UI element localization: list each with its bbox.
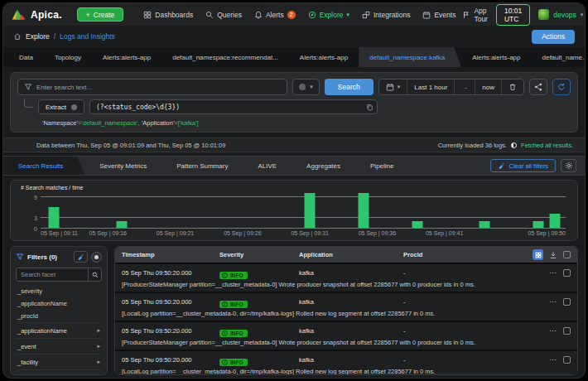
calendar-picker[interactable]: ▾	[379, 80, 407, 94]
chart-bar[interactable]	[116, 221, 127, 228]
workspace-tab[interactable]: default_namespace:recommendat... ×	[161, 47, 289, 67]
workspace-tabs: Data × Topology × Alerts:alerts-app × de…	[3, 47, 585, 67]
gear-icon	[565, 162, 573, 170]
workspace-tab[interactable]: default_name... ×	[532, 47, 586, 67]
row-message: [ProducerStateManager partition=__cluste…	[122, 279, 571, 288]
result-tab[interactable]: Aggregates	[292, 157, 355, 175]
severity-selector[interactable]: ▾	[292, 79, 320, 95]
app-tour-button[interactable]: App Tour	[462, 7, 488, 23]
filters-title: Filters (0)	[27, 253, 57, 261]
pinned-facet-item[interactable]: _applicationName	[16, 297, 102, 310]
clear-all-filters-button[interactable]: Clear all filters	[490, 159, 556, 172]
row-menu-button[interactable]: ···	[549, 269, 557, 277]
result-tab[interactable]: Pattern Summary	[161, 157, 243, 175]
pinned-facet-item[interactable]: _procId	[16, 310, 102, 322]
extract-regex-input[interactable]	[96, 104, 360, 111]
nav-item[interactable]: Events	[422, 11, 455, 19]
home-icon[interactable]	[13, 32, 22, 41]
chart-bar[interactable]	[412, 221, 423, 228]
create-button[interactable]: + Create	[77, 7, 123, 22]
download-icon[interactable]	[549, 251, 557, 259]
chart-title: # Search matches / time	[21, 185, 569, 190]
user-menu[interactable]: devops ▾	[538, 9, 583, 20]
nav-item[interactable]: Dashboards	[143, 11, 193, 19]
extract-input-wrap	[89, 99, 378, 114]
log-row[interactable]: 05 Sep Thu 09:50:20.000 iINFO kafka - ··…	[115, 321, 577, 350]
workspace-tab[interactable]: Topology ×	[44, 47, 92, 67]
chevron-down-icon: ▾	[581, 12, 584, 18]
row-checkbox[interactable]	[563, 327, 571, 335]
time-preset[interactable]: Last 1 hour	[407, 80, 454, 94]
log-row[interactable]: 05 Sep Thu 09:50:20.000 iINFO kafka - ··…	[115, 263, 577, 292]
nav-item[interactable]: Queries	[205, 11, 242, 19]
workspace-tab[interactable]: default_namespace:kafka ×	[359, 47, 461, 67]
workspace-tab[interactable]: Alerts:alerts-app ×	[461, 47, 531, 67]
nav-item[interactable]: Alerts 2	[254, 11, 296, 19]
applied-query-line: 'Namespace'='default_namespace', 'Applic…	[42, 119, 571, 127]
workspace-tab[interactable]: Alerts:alerts-app ×	[289, 47, 359, 67]
facet-item[interactable]: _applicationName ▸	[16, 322, 102, 338]
row-procid: -	[403, 269, 511, 277]
breadcrumb-page[interactable]: Logs and Insights	[60, 32, 115, 41]
pinned-facets: _severity _applicationName _procId	[16, 285, 102, 322]
facet-item[interactable]: _hostName ▸	[16, 369, 102, 375]
share-button[interactable]	[529, 79, 547, 95]
breadcrumb-section[interactable]: Explore	[26, 32, 50, 41]
facet-search-input[interactable]	[17, 268, 88, 281]
workspace-tab[interactable]: Data ×	[8, 47, 44, 67]
time-end[interactable]: now	[475, 80, 501, 94]
nav-item-label: Dashboards	[155, 11, 193, 19]
actions-button[interactable]: Actions	[532, 30, 575, 44]
chart-bar[interactable]	[49, 207, 60, 228]
facet-item[interactable]: _event ▸	[16, 338, 102, 354]
log-row[interactable]: 05 Sep Thu 09:50:20.000 iINFO kafka - ··…	[115, 350, 577, 374]
filters-panel: Filters (0) _severity _applicati	[10, 246, 108, 375]
result-tab[interactable]: Pipeline	[355, 157, 408, 175]
log-row[interactable]: 05 Sep Thu 09:50:20.000 iINFO kafka - ··…	[115, 292, 577, 321]
row-checkbox[interactable]	[563, 298, 571, 306]
column-settings-button[interactable]	[533, 249, 543, 260]
utc-clock[interactable]: 10:01 UTC	[496, 4, 530, 26]
result-tab[interactable]: Search Results	[3, 157, 84, 175]
chevron-right-icon: ▸	[97, 359, 100, 365]
clear-facets-button[interactable]	[74, 251, 88, 263]
nav-item[interactable]: Explore ▾	[308, 11, 349, 19]
nav-item[interactable]: Integrations	[362, 11, 410, 19]
apica-logo[interactable]: Apica.	[12, 8, 62, 21]
select-all-checkbox[interactable]	[563, 251, 571, 258]
row-menu-button[interactable]: ···	[549, 298, 557, 306]
extract-label: Extract	[46, 104, 66, 111]
trash-icon	[508, 83, 517, 91]
facet-item[interactable]: _facility ▸	[16, 354, 102, 369]
result-tab[interactable]: ALIVE	[243, 157, 292, 175]
search-button[interactable]: Search	[325, 79, 374, 95]
chart-bar[interactable]	[550, 214, 561, 228]
search-icon[interactable]	[88, 268, 101, 281]
chart-bar[interactable]	[533, 221, 544, 228]
row-menu-button[interactable]: ···	[549, 327, 557, 335]
clear-time-button[interactable]	[501, 80, 523, 94]
refresh-button[interactable]	[552, 79, 571, 95]
chart-bar[interactable]	[480, 221, 490, 228]
facet-list: _applicationName ▸ _event ▸ _facility ▸	[16, 322, 102, 375]
settings-button[interactable]	[561, 159, 576, 172]
pinned-facet-item[interactable]: _severity	[16, 285, 102, 297]
row-timestamp: 05 Sep Thu 09:50:20.000	[122, 356, 219, 364]
extract-toggle[interactable]: Extract	[38, 99, 84, 114]
workspace-tab[interactable]: Alerts:alerts-app ×	[92, 47, 161, 67]
create-button-label: Create	[94, 11, 115, 19]
x-tick-label: 05 Sep | 09:16	[89, 230, 127, 236]
filters-collapse-toggle[interactable]	[91, 252, 102, 263]
result-tab[interactable]: Severity Metrics	[84, 157, 161, 175]
row-checkbox[interactable]	[563, 269, 571, 277]
chart-bar[interactable]	[359, 193, 369, 228]
avatar	[538, 9, 549, 20]
search-matches-chart: # Search matches / time 039 05 Sep | 09:…	[10, 180, 578, 241]
x-tick-label: 05 Sep | 09:50	[528, 230, 566, 236]
search-input[interactable]	[36, 84, 281, 91]
row-checkbox[interactable]	[563, 356, 571, 364]
grid-icon	[143, 11, 152, 19]
regex-helper-icon[interactable]	[366, 104, 374, 111]
row-menu-button[interactable]: ···	[549, 356, 557, 364]
chart-bar[interactable]	[305, 193, 316, 228]
